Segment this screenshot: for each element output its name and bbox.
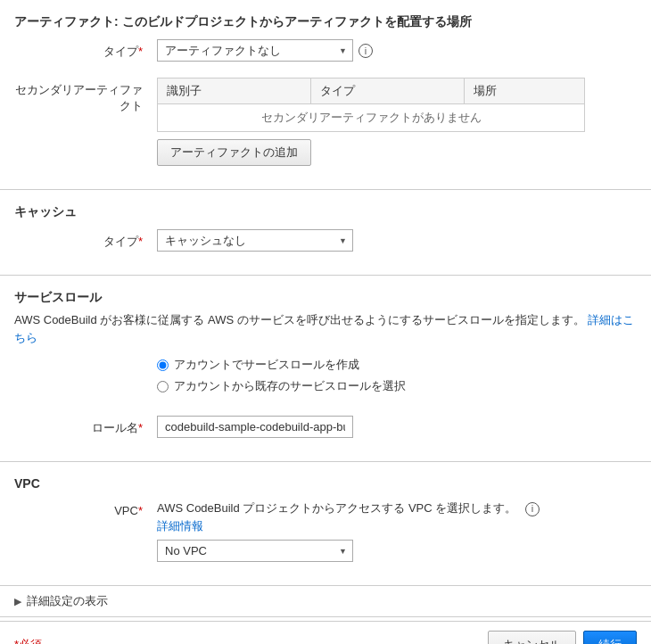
cache-type-select-wrapper: キャッシュなしAmazon S3ローカル (157, 229, 353, 252)
service-role-section: サービスロール AWS CodeBuild がお客様に従属する AWS のサービ… (0, 276, 651, 462)
vpc-label: VPC* (14, 500, 157, 517)
radio-existing-item: アカウントから既存のサービスロールを選択 (157, 378, 637, 394)
cache-type-label: タイプ* (14, 229, 157, 250)
vpc-section: VPC VPC* AWS CodeBuild プロジェクトからアクセスする VP… (0, 462, 651, 586)
secondary-artifact-control: 識別子 タイプ 場所 セカンダリアーティファクトがありません アーティファクトの… (157, 78, 637, 166)
required-note: *必須 (14, 637, 42, 644)
artifact-type-select[interactable]: アーティファクトなしAmazon S3 (157, 39, 353, 62)
role-name-input[interactable] (157, 416, 353, 438)
radio-existing-account[interactable] (157, 381, 169, 392)
artifact-section: アーティファクト: このビルドプロジェクトからアーティファクトを配置する場所 タ… (0, 0, 651, 190)
vpc-info-icon[interactable]: i (525, 502, 540, 516)
table-header-type: タイプ (311, 78, 465, 104)
vpc-detail-link[interactable]: 詳細情報 (157, 519, 203, 533)
artifact-section-title: アーティファクト: このビルドプロジェクトからアーティファクトを配置する場所 (14, 7, 637, 36)
cache-type-select[interactable]: キャッシュなしAmazon S3ローカル (157, 229, 353, 252)
radio-create-item: アカウントでサービスロールを作成 (157, 357, 637, 373)
cache-type-control: キャッシュなしAmazon S3ローカル (157, 229, 637, 252)
vpc-control: AWS CodeBuild プロジェクトからアクセスする VPC を選択します。… (157, 500, 637, 562)
service-role-section-title: サービスロール (14, 283, 637, 311)
secondary-artifact-label: セカンダリアーティファクト (14, 78, 157, 114)
chevron-right-icon: ▶ (14, 596, 21, 607)
secondary-artifact-table: 識別子 タイプ 場所 セカンダリアーティファクトがありません (157, 78, 585, 132)
radio-create-account[interactable] (157, 359, 169, 371)
vpc-select[interactable]: No VPC (157, 540, 353, 562)
service-role-radio-group: アカウントでサービスロールを作成 アカウントから既存のサービスロールを選択 (157, 357, 637, 394)
vpc-row: VPC* AWS CodeBuild プロジェクトからアクセスする VPC を選… (14, 496, 637, 566)
service-role-radio-control: アカウントでサービスロールを作成 アカウントから既存のサービスロールを選択 (157, 357, 637, 400)
footer-buttons: キャンセル 続行 (488, 631, 637, 644)
radio-existing-label: アカウントから既存のサービスロールを選択 (174, 378, 406, 394)
service-role-radio-label (14, 357, 157, 361)
advanced-settings-label: 詳細設定の表示 (27, 593, 108, 609)
continue-button[interactable]: 続行 (583, 631, 637, 644)
artifact-type-select-wrapper: アーティファクトなしAmazon S3 (157, 39, 353, 62)
secondary-artifact-row: セカンダリアーティファクト 識別子 タイプ 場所 セカンダリアーティファクトがあ… (14, 74, 637, 169)
vpc-select-wrapper: No VPC (157, 540, 353, 562)
advanced-settings-toggle[interactable]: ▶ 詳細設定の表示 (0, 586, 651, 617)
role-name-label: ロール名* (14, 416, 157, 436)
service-role-description: AWS CodeBuild がお客様に従属する AWS のサービスを呼び出せるよ… (14, 311, 637, 346)
service-role-radio-row: アカウントでサービスロールを作成 アカウントから既存のサービスロールを選択 (14, 353, 637, 403)
table-empty-text: セカンダリアーティファクトがありません (158, 104, 585, 132)
role-name-row: ロール名* (14, 412, 637, 442)
cache-type-row: タイプ* キャッシュなしAmazon S3ローカル (14, 226, 637, 255)
vpc-description: AWS CodeBuild プロジェクトからアクセスする VPC を選択します。… (157, 500, 637, 534)
cancel-button[interactable]: キャンセル (488, 631, 576, 644)
footer: *必須 キャンセル 続行 (0, 621, 651, 644)
artifact-type-control: アーティファクトなしAmazon S3 i (157, 39, 637, 62)
artifact-type-info-icon[interactable]: i (358, 44, 373, 58)
add-artifact-button[interactable]: アーティファクトの追加 (157, 139, 311, 166)
cache-section: キャッシュ タイプ* キャッシュなしAmazon S3ローカル (0, 190, 651, 276)
artifact-type-label: タイプ* (14, 39, 157, 60)
table-header-location: 場所 (465, 78, 585, 104)
artifact-type-row: タイプ* アーティファクトなしAmazon S3 i (14, 36, 637, 65)
cache-section-title: キャッシュ (14, 197, 637, 226)
role-name-control (157, 416, 637, 438)
vpc-section-title: VPC (14, 469, 637, 496)
table-empty-row: セカンダリアーティファクトがありません (158, 104, 585, 132)
table-header-identifier: 識別子 (158, 78, 311, 104)
radio-create-label: アカウントでサービスロールを作成 (174, 357, 359, 373)
